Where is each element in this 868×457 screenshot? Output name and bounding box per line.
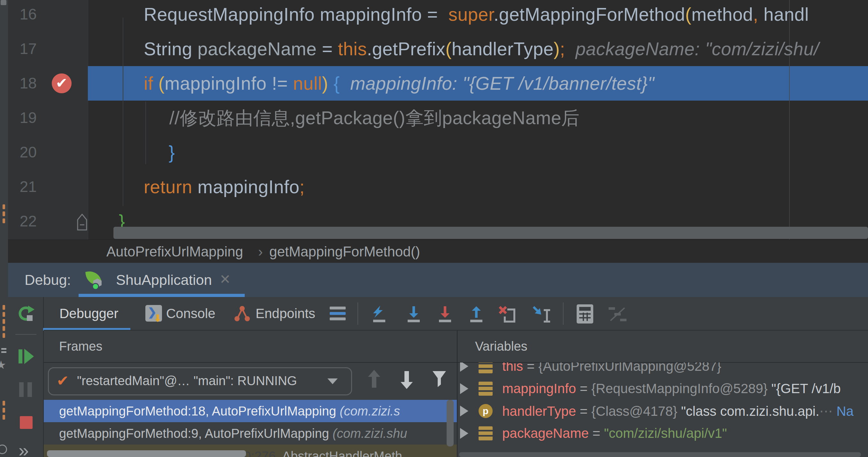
variable-row-mappingInfo[interactable]: mappingInfo = {RequestMappingInfo@5289} … — [458, 378, 868, 400]
step-into-button[interactable] — [405, 306, 422, 323]
code-token: String — [144, 39, 197, 59]
stripe-mark — [3, 326, 5, 331]
breakpoint-icon[interactable]: ✔ — [52, 73, 71, 93]
code-line-21[interactable]: 21return mappingInfo; — [0, 170, 868, 204]
stop-button[interactable] — [20, 416, 33, 429]
variable-name: handlerType — [502, 404, 576, 419]
menu-bars-icon — [330, 306, 346, 309]
more-options-button[interactable]: » — [19, 439, 29, 457]
navigate-link[interactable]: Na — [833, 404, 854, 419]
field-icon — [478, 362, 493, 373]
code-token: ( — [158, 73, 164, 94]
code-token: packageName — [197, 39, 317, 59]
line-number[interactable]: 20 — [8, 135, 37, 170]
layout-settings-button[interactable] — [330, 306, 346, 321]
evaluate-expression-button[interactable] — [577, 304, 593, 324]
variable-value: "com/zizi/shu/api/v1" — [604, 426, 727, 441]
run-to-cursor-icon — [532, 306, 553, 323]
divider — [44, 330, 868, 330]
frame-row[interactable]: getMappingForMethod:18, AutoPrefixUrlMap… — [44, 400, 457, 422]
code-token: //修改路由信息,getPackage()拿到packageName后 — [169, 108, 580, 128]
expand-arrow-icon[interactable] — [460, 362, 468, 372]
ide-window: ★ 16RequestMappingInfo mappingInfo = sup… — [0, 0, 868, 457]
console-icon[interactable]: ❯ ⬇ — [145, 305, 162, 322]
line-number[interactable]: 19 — [8, 101, 37, 135]
code-token: .getMappingForMethod — [494, 4, 685, 25]
equals-sign: = — [576, 381, 591, 396]
frame-package: (com.zizi.shu — [333, 426, 407, 440]
drop-frame-button[interactable] — [498, 306, 518, 323]
code-token: RequestMappingInfo mappingInfo = — [144, 4, 448, 25]
run-to-cursor-button[interactable] — [532, 306, 553, 323]
frame-row[interactable]: getMappingForMethod:9, AutoPrefixUrlMapp… — [44, 422, 457, 445]
line-number[interactable]: 21 — [8, 170, 37, 204]
code-line-16[interactable]: 16RequestMappingInfo mappingInfo = super… — [0, 0, 868, 32]
force-step-into-button[interactable] — [436, 306, 454, 323]
thread-status-check-icon: ✔ — [57, 368, 69, 393]
variable-name: mappingInfo — [502, 381, 576, 396]
code-token: mappingInfo — [192, 176, 300, 197]
fold-collapse-icon[interactable] — [77, 213, 88, 247]
code-line-19[interactable]: 19//修改路由信息,getPackage()拿到packageName后 — [0, 101, 868, 135]
variable-row-handlerType[interactable]: phandlerType = {Class@4178} "class com.z… — [458, 400, 868, 422]
variable-text: packageName = "com/zizi/shu/api/v1" — [502, 426, 727, 441]
code-line-17[interactable]: 17String packageName = this.getPrefix(ha… — [0, 32, 868, 66]
step-over-button[interactable] — [371, 306, 388, 323]
code-token: if — [144, 73, 158, 94]
line-number[interactable]: 18 — [8, 66, 37, 101]
code-token: ; — [560, 39, 565, 59]
stripe-mark — [3, 312, 5, 317]
favorites-star-icon: ★ — [0, 358, 6, 372]
breadcrumb-class[interactable]: AutoPrefixUrlMapping — [106, 240, 243, 263]
code-token: } — [169, 142, 175, 163]
variable-name: packageName — [502, 426, 589, 441]
variable-text: mappingInfo = {RequestMappingInfo@5289} … — [502, 381, 841, 396]
chevron-down-icon — [328, 379, 338, 384]
expand-arrow-icon[interactable] — [460, 405, 468, 417]
endpoints-icon[interactable] — [234, 306, 250, 322]
hide-frames-filter-button[interactable] — [432, 370, 446, 391]
variable-row-packageName[interactable]: packageName = "com/zizi/shu/api/v1" — [458, 422, 868, 445]
breadcrumb-method[interactable]: getMappingForMethod() — [269, 240, 420, 263]
code-token: method — [691, 4, 753, 25]
expand-arrow-icon[interactable] — [460, 383, 468, 394]
code-editor[interactable]: 16RequestMappingInfo mappingInfo = super… — [0, 0, 868, 239]
frames-horizontal-scrollbar[interactable] — [47, 450, 246, 457]
drop-frame-icon — [498, 306, 518, 323]
editor-horizontal-scrollbar[interactable] — [114, 227, 868, 239]
pause-icon — [19, 382, 24, 397]
code-lines: 16RequestMappingInfo mappingInfo = super… — [0, 0, 868, 242]
resume-icon — [19, 349, 22, 363]
toolbar-separator — [563, 302, 563, 325]
step-out-button[interactable] — [468, 306, 485, 323]
line-number[interactable]: 22 — [8, 204, 37, 238]
tab-debugger[interactable]: Debugger — [59, 297, 118, 330]
variable-value: "{GET /v1/b — [771, 381, 840, 396]
variables-horizontal-scrollbar[interactable] — [459, 452, 861, 457]
expand-arrow-icon[interactable] — [460, 428, 468, 439]
parameter-icon: p — [478, 404, 493, 418]
code-line-18[interactable]: 18✔if (mappingInfo != null) { mappingInf… — [0, 66, 868, 101]
frame-class: AbstractHandlerMeth — [279, 449, 402, 457]
code-token: handlerType — [452, 39, 554, 59]
tab-console[interactable]: Console — [166, 297, 215, 330]
stripe-mark — [3, 408, 5, 413]
variable-row-this[interactable]: this = {AutoPrefixUrlMapping@5287} — [458, 362, 868, 378]
trace-stream-button[interactable] — [609, 306, 626, 323]
rerun-button[interactable] — [17, 305, 35, 323]
resume-button[interactable] — [19, 349, 34, 364]
thread-selector-dropdown[interactable]: ✔ "restartedMain"@… "main": RUNNING — [48, 367, 352, 395]
line-number[interactable]: 16 — [8, 0, 37, 32]
frame-method: getMappingForMethod:9, AutoPrefixUrlMapp… — [59, 426, 333, 440]
next-frame-button[interactable] — [399, 369, 414, 390]
step-into-icon — [405, 306, 422, 323]
code-line-20[interactable]: 20} — [0, 135, 868, 170]
pause-button[interactable] — [19, 382, 33, 397]
previous-frame-button[interactable] — [367, 369, 381, 390]
line-number[interactable]: 17 — [8, 32, 37, 66]
frames-vertical-scrollbar[interactable] — [446, 400, 454, 447]
tab-endpoints[interactable]: Endpoints — [255, 297, 315, 330]
session-tab-shuapplication[interactable]: ShuApplication — [116, 263, 212, 297]
variable-text: handlerType = {Class@4178} "class com.zi… — [502, 403, 854, 419]
close-icon[interactable]: ✕ — [219, 263, 231, 297]
